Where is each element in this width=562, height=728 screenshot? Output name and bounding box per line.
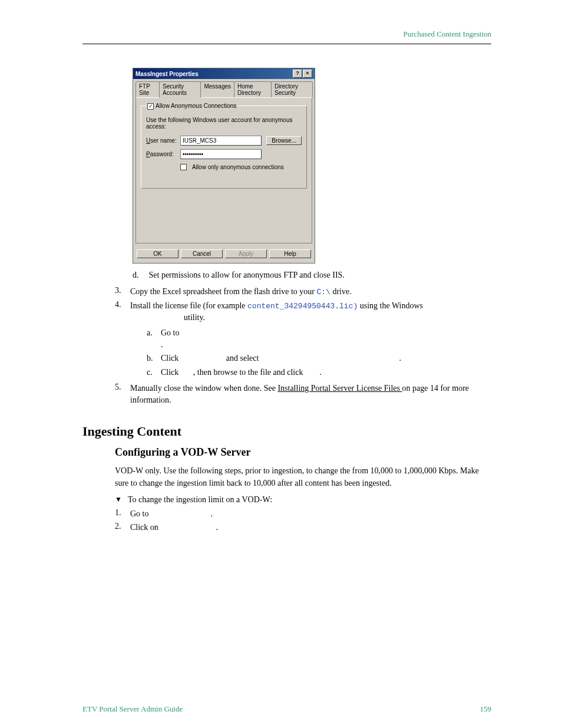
proc-step-2: 2. Click on .: [115, 522, 491, 533]
help-button[interactable]: Help: [269, 249, 311, 258]
page-number: 159: [480, 704, 492, 714]
footer-title: ETV Portal Server Admin Guide: [82, 704, 183, 714]
triangle-icon: ▼: [115, 495, 122, 505]
ok-button[interactable]: OK: [137, 249, 178, 258]
code-path: C:\: [316, 288, 330, 297]
username-label: User name:: [146, 137, 177, 144]
vodw-paragraph: VOD-W only. Use the following steps, pri…: [115, 465, 491, 489]
step-3: 3. Copy the Excel spreadsheet from the f…: [115, 286, 491, 298]
procedure-intro: ▼ To change the ingestion limit on a VOD…: [115, 495, 491, 505]
anon-note: Use the following Windows user account f…: [146, 117, 302, 130]
password-label: Password:: [146, 151, 177, 157]
titlebar: MassIngest Properties ? ×: [133, 68, 315, 79]
properties-dialog: MassIngest Properties ? × FTP Site Secur…: [133, 68, 315, 263]
code-license: content_34294950443.lic): [247, 302, 358, 311]
allow-only-label: Allow only anonymous connections: [192, 164, 284, 170]
step-4: 4. Install the license file (for example…: [115, 300, 491, 380]
dialog-panel: ✓Allow Anonymous Connections Use the fol…: [135, 97, 312, 243]
step-4c: c. Click , then browse to the file and c…: [147, 367, 491, 378]
step-4b: b. Click and select .: [147, 353, 491, 364]
heading-ingesting-content: Ingesting Content: [82, 424, 491, 439]
close-icon[interactable]: ×: [303, 70, 312, 78]
anon-fieldset: ✓Allow Anonymous Connections Use the fol…: [141, 103, 307, 189]
tab-directory-security[interactable]: Directory Security: [271, 81, 313, 97]
password-input[interactable]: ••••••••••: [180, 149, 262, 159]
tab-security-accounts[interactable]: Security Accounts: [159, 81, 201, 98]
browse-button[interactable]: Browse...: [266, 136, 302, 145]
heading-vodw: Configuring a VOD-W Server: [115, 446, 491, 459]
step-4a: a. Go to .: [147, 327, 491, 350]
tab-strip: FTP Site Security Accounts Messages Home…: [133, 79, 315, 97]
tab-ftp-site[interactable]: FTP Site: [135, 81, 160, 97]
cancel-button[interactable]: Cancel: [181, 249, 223, 258]
link-license-files[interactable]: Installing Portal Server License Files: [277, 384, 402, 393]
help-icon[interactable]: ?: [293, 70, 302, 78]
step-d: d. Set permissions to allow for anonymou…: [133, 271, 491, 280]
page-header: Purchased Content Ingestion: [82, 29, 491, 44]
tab-home-directory[interactable]: Home Directory: [234, 81, 272, 97]
step-5: 5. Manually close the window when done. …: [115, 383, 491, 406]
page-footer: ETV Portal Server Admin Guide 159: [82, 704, 491, 714]
allow-anon-legend[interactable]: ✓Allow Anonymous Connections: [146, 103, 237, 110]
proc-step-1: 1. Go to .: [115, 508, 491, 520]
username-input[interactable]: IUSR_MCS3: [180, 136, 262, 146]
allow-only-checkbox[interactable]: [180, 164, 187, 170]
dialog-title: MassIngest Properties: [135, 71, 199, 77]
allow-anon-checkbox[interactable]: ✓: [147, 103, 154, 110]
apply-button[interactable]: Apply: [225, 249, 267, 258]
tab-messages[interactable]: Messages: [200, 81, 234, 97]
